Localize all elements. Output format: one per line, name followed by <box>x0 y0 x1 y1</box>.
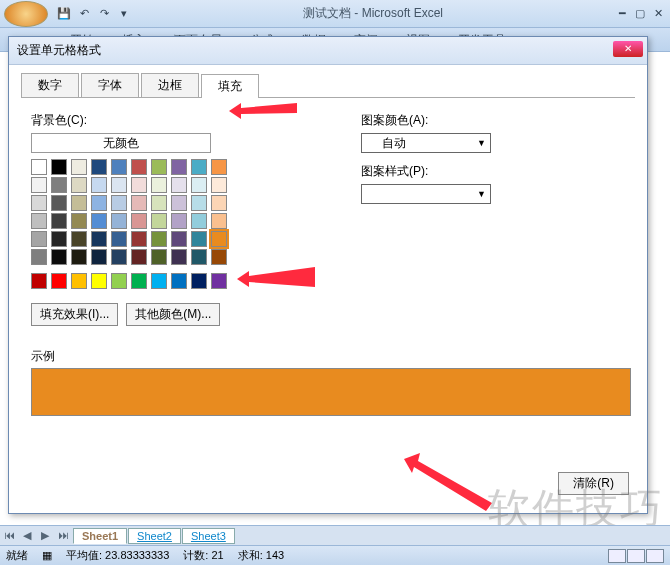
tab-fill[interactable]: 填充 <box>201 74 259 98</box>
color-swatch[interactable] <box>131 159 147 175</box>
color-swatch[interactable] <box>171 195 187 211</box>
color-swatch[interactable] <box>31 177 47 193</box>
color-swatch[interactable] <box>211 195 227 211</box>
tab-number[interactable]: 数字 <box>21 73 79 97</box>
color-swatch[interactable] <box>71 231 87 247</box>
color-swatch[interactable] <box>91 249 107 265</box>
color-swatch[interactable] <box>171 159 187 175</box>
color-swatch[interactable] <box>191 273 207 289</box>
status-macro-icon[interactable]: ▦ <box>42 549 52 562</box>
color-swatch[interactable] <box>91 177 107 193</box>
save-icon[interactable]: 💾 <box>56 6 72 22</box>
color-swatch[interactable] <box>111 249 127 265</box>
color-swatch[interactable] <box>191 231 207 247</box>
sheet-nav-next-icon[interactable]: ▶ <box>36 529 54 542</box>
color-swatch[interactable] <box>191 213 207 229</box>
color-swatch[interactable] <box>151 177 167 193</box>
color-swatch[interactable] <box>111 177 127 193</box>
pattern-style-select[interactable]: ▼ <box>361 184 491 204</box>
tab-font[interactable]: 字体 <box>81 73 139 97</box>
fill-effects-button[interactable]: 填充效果(I)... <box>31 303 118 326</box>
sheet-tab-1[interactable]: Sheet1 <box>73 528 127 544</box>
color-swatch[interactable] <box>151 195 167 211</box>
color-swatch[interactable] <box>91 213 107 229</box>
tab-border[interactable]: 边框 <box>141 73 199 97</box>
color-swatch[interactable] <box>171 273 187 289</box>
color-swatch[interactable] <box>211 213 227 229</box>
color-swatch[interactable] <box>51 159 67 175</box>
color-swatch[interactable] <box>211 177 227 193</box>
color-swatch[interactable] <box>111 213 127 229</box>
color-swatch[interactable] <box>51 273 67 289</box>
color-swatch[interactable] <box>51 249 67 265</box>
color-swatch[interactable] <box>171 231 187 247</box>
color-swatch[interactable] <box>151 273 167 289</box>
color-swatch[interactable] <box>211 231 227 247</box>
chevron-down-icon: ▼ <box>477 134 486 152</box>
color-swatch[interactable] <box>31 159 47 175</box>
color-swatch[interactable] <box>191 195 207 211</box>
color-swatch[interactable] <box>151 159 167 175</box>
other-colors-button[interactable]: 其他颜色(M)... <box>126 303 220 326</box>
color-swatch[interactable] <box>171 249 187 265</box>
color-swatch[interactable] <box>171 177 187 193</box>
sheet-tab-3[interactable]: Sheet3 <box>182 528 235 544</box>
color-swatch[interactable] <box>51 195 67 211</box>
sheet-nav-first-icon[interactable]: ⏮ <box>0 529 18 542</box>
sheet-nav-prev-icon[interactable]: ◀ <box>18 529 36 542</box>
maximize-icon[interactable]: ▢ <box>632 6 648 22</box>
color-swatch[interactable] <box>31 249 47 265</box>
color-swatch[interactable] <box>131 273 147 289</box>
no-color-button[interactable]: 无颜色 <box>31 133 211 153</box>
color-swatch[interactable] <box>91 231 107 247</box>
color-swatch[interactable] <box>191 249 207 265</box>
color-swatch[interactable] <box>71 195 87 211</box>
color-swatch[interactable] <box>171 213 187 229</box>
color-swatch[interactable] <box>91 195 107 211</box>
color-swatch[interactable] <box>111 159 127 175</box>
sheet-nav-last-icon[interactable]: ⏭ <box>54 529 72 542</box>
color-swatch[interactable] <box>211 159 227 175</box>
color-swatch[interactable] <box>71 273 87 289</box>
color-swatch[interactable] <box>51 213 67 229</box>
view-layout-icon[interactable] <box>627 549 645 563</box>
color-swatch[interactable] <box>31 231 47 247</box>
dialog-close-button[interactable]: ✕ <box>613 41 643 57</box>
close-icon[interactable]: ✕ <box>650 6 666 22</box>
color-swatch[interactable] <box>131 195 147 211</box>
redo-icon[interactable]: ↷ <box>96 6 112 22</box>
minimize-icon[interactable]: ━ <box>614 6 630 22</box>
color-swatch[interactable] <box>51 177 67 193</box>
color-swatch[interactable] <box>111 195 127 211</box>
undo-icon[interactable]: ↶ <box>76 6 92 22</box>
color-swatch[interactable] <box>71 177 87 193</box>
color-swatch[interactable] <box>71 159 87 175</box>
color-swatch[interactable] <box>191 177 207 193</box>
color-swatch[interactable] <box>31 213 47 229</box>
color-swatch[interactable] <box>111 231 127 247</box>
color-swatch[interactable] <box>151 213 167 229</box>
color-swatch[interactable] <box>111 273 127 289</box>
qat-dropdown-icon[interactable]: ▾ <box>116 6 132 22</box>
color-swatch[interactable] <box>31 195 47 211</box>
color-swatch[interactable] <box>71 213 87 229</box>
color-swatch[interactable] <box>151 249 167 265</box>
sheet-tab-2[interactable]: Sheet2 <box>128 528 181 544</box>
view-break-icon[interactable] <box>646 549 664 563</box>
color-swatch[interactable] <box>131 249 147 265</box>
color-swatch[interactable] <box>91 273 107 289</box>
color-swatch[interactable] <box>131 177 147 193</box>
color-swatch[interactable] <box>131 231 147 247</box>
color-swatch[interactable] <box>91 159 107 175</box>
color-swatch[interactable] <box>211 249 227 265</box>
color-swatch[interactable] <box>71 249 87 265</box>
color-swatch[interactable] <box>191 159 207 175</box>
color-swatch[interactable] <box>31 273 47 289</box>
color-swatch[interactable] <box>131 213 147 229</box>
office-button[interactable] <box>4 1 48 27</box>
color-swatch[interactable] <box>211 273 227 289</box>
pattern-color-select[interactable]: 自动 ▼ <box>361 133 491 153</box>
color-swatch[interactable] <box>151 231 167 247</box>
view-normal-icon[interactable] <box>608 549 626 563</box>
color-swatch[interactable] <box>51 231 67 247</box>
